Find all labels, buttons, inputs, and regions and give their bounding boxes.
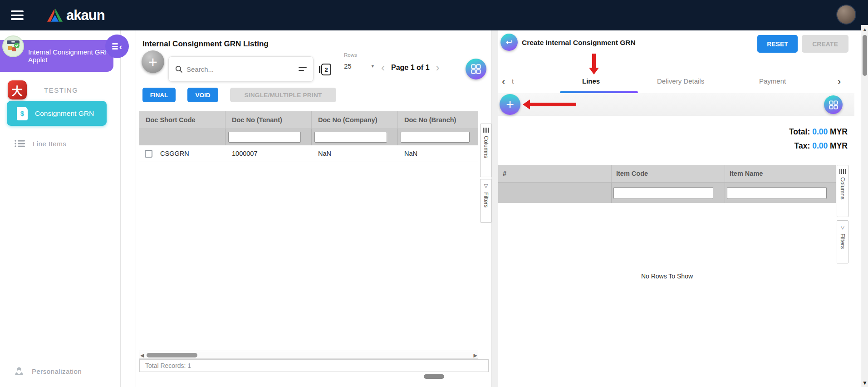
plus-icon: +: [148, 53, 157, 71]
lines-table: # Item Code Item Name: [498, 165, 836, 203]
listing-table: Doc Short Code Doc No (Tenant) Doc No (C…: [139, 111, 478, 162]
listing-panel: Internal Consignment GRN Listing + 2 Row…: [136, 30, 492, 387]
void-button[interactable]: VOID: [187, 88, 218, 102]
filters-side-tab[interactable]: ▽ Filters: [480, 179, 492, 223]
prev-page-icon[interactable]: ‹: [381, 62, 385, 73]
personalization-label: Personalization: [32, 367, 82, 375]
cell-doc-no-branch: NaN: [398, 150, 478, 157]
total-currency: MYR: [830, 127, 848, 136]
reset-button[interactable]: RESET: [757, 35, 798, 53]
scroll-right-icon[interactable]: ▶: [474, 352, 477, 358]
filter-list-icon[interactable]: [299, 67, 307, 71]
tabs-scroll-left-icon[interactable]: ‹: [502, 77, 505, 87]
filter-input-doc-no-branch[interactable]: [401, 132, 470, 143]
filter-input-doc-no-company[interactable]: [314, 132, 387, 143]
create-title: Create Internal Consignment GRN: [522, 39, 636, 47]
add-record-button[interactable]: +: [142, 50, 164, 73]
scroll-down-icon[interactable]: ▼: [862, 380, 868, 386]
sidebar-item-label: Line Items: [33, 140, 66, 148]
search-input[interactable]: [186, 65, 299, 73]
rows-value: 25: [344, 62, 352, 70]
sidebar-item-testing[interactable]: 大 TESTING: [8, 80, 78, 99]
annotation-arrow-left: [523, 99, 576, 109]
columns-side-tab[interactable]: Columns: [837, 165, 848, 217]
vertical-scroll-thumb[interactable]: [863, 35, 867, 76]
applet-warehouse-icon: [2, 35, 24, 57]
columns-icon: [483, 128, 489, 133]
tabs-scroll-right-icon[interactable]: ›: [838, 77, 841, 87]
create-button[interactable]: CREATE: [802, 35, 848, 53]
column-header[interactable]: Doc No (Company): [312, 111, 398, 129]
totals-block: Total: 0.00 MYR Tax: 0.00 MYR: [789, 125, 848, 153]
search-icon: [175, 65, 183, 73]
collapse-chevron-icon: ‹: [119, 42, 122, 51]
collapse-bars-icon: [112, 42, 118, 51]
filter-input-doc-no-tenant[interactable]: [228, 132, 301, 143]
lines-table-header: # Item Code Item Name: [498, 165, 836, 182]
person-icon: [14, 366, 25, 377]
columns-tab-label: Columns: [839, 177, 846, 199]
horizontal-scrollbar[interactable]: ◀ ▶: [139, 351, 478, 359]
next-page-icon[interactable]: ›: [436, 62, 440, 73]
tab-lines[interactable]: Lines: [582, 77, 600, 85]
pagination: ‹ Page 1 of 1 ›: [381, 62, 440, 73]
search-box: [168, 56, 314, 82]
horizontal-scroll-thumb[interactable]: [147, 353, 197, 357]
listing-footer: Total Records: 1: [139, 359, 489, 372]
back-button[interactable]: ↩: [500, 34, 518, 51]
sidebar-collapse-button[interactable]: ‹: [105, 35, 129, 58]
sidebar-item-line-items[interactable]: Line Items: [15, 139, 66, 148]
final-button[interactable]: FINAL: [142, 88, 176, 102]
filters-tab-label: Filters: [839, 233, 846, 249]
testing-glyph: 大: [12, 82, 23, 98]
columns-side-tab[interactable]: Columns: [480, 124, 492, 177]
grid-icon: [471, 64, 481, 74]
rows-label: Rows: [344, 52, 357, 58]
sidebar-item-label: TESTING: [44, 86, 78, 94]
columns-icon: [839, 169, 846, 174]
filter-input-item-code[interactable]: [613, 187, 713, 199]
funnel-icon: ▽: [484, 183, 488, 189]
column-header[interactable]: #: [498, 165, 612, 182]
multi-select-icon[interactable]: 2: [321, 64, 331, 75]
table-row[interactable]: CSGGRN 1000007 NaN NaN: [139, 145, 478, 162]
page-of-word: of: [417, 64, 423, 71]
column-header[interactable]: Doc No (Branch): [398, 111, 478, 129]
tab-delivery-details[interactable]: Delivery Details: [657, 77, 704, 85]
listing-table-header: Doc Short Code Doc No (Tenant) Doc No (C…: [139, 111, 478, 129]
hamburger-menu-icon[interactable]: [11, 8, 24, 22]
total-records-label: Total Records: 1: [145, 362, 191, 369]
grid-view-button[interactable]: [466, 59, 486, 79]
grid-view-button[interactable]: [824, 95, 843, 114]
tab-partial[interactable]: t: [512, 77, 514, 85]
cell-doc-short-code: CSGGRN: [160, 150, 189, 157]
scroll-left-icon[interactable]: ◀: [140, 352, 144, 358]
listing-title: Internal Consignment GRN Listing: [142, 40, 269, 49]
row-checkbox[interactable]: [145, 150, 152, 158]
rows-per-page-select[interactable]: 25 ▾: [344, 60, 374, 72]
tab-payment[interactable]: Payment: [759, 77, 786, 85]
sidebar-item-personalization[interactable]: Personalization: [14, 366, 82, 377]
column-header[interactable]: Doc Short Code: [139, 111, 226, 129]
column-header[interactable]: Doc No (Tenant): [226, 111, 312, 129]
page-scrollbar[interactable]: ▲ ▼: [861, 25, 868, 387]
testing-app-icon: 大: [8, 80, 27, 99]
filter-cell: [498, 183, 612, 203]
user-avatar[interactable]: [836, 5, 856, 25]
add-line-button[interactable]: +: [500, 94, 520, 115]
scroll-up-icon[interactable]: ▲: [863, 27, 867, 32]
akaun-triangle-icon: [47, 9, 63, 22]
panel-resize-handle[interactable]: [424, 374, 444, 379]
column-header[interactable]: Item Name: [725, 165, 836, 182]
funnel-icon: ▽: [841, 224, 844, 230]
cell-doc-no-company: NaN: [312, 150, 398, 157]
single-multiple-print-button[interactable]: SINGLE/MULTIPLE PRINT: [230, 88, 336, 102]
grid-icon: [829, 100, 838, 109]
filter-input-item-name[interactable]: [727, 187, 827, 199]
list-icon: [15, 139, 25, 148]
column-header[interactable]: Item Code: [612, 165, 725, 182]
panel-divider: [492, 30, 498, 387]
filters-side-tab[interactable]: ▽ Filters: [837, 220, 848, 263]
tax-label: Tax:: [794, 141, 810, 150]
sidebar-item-consignment-grn[interactable]: $ Consignment GRN: [7, 101, 107, 126]
